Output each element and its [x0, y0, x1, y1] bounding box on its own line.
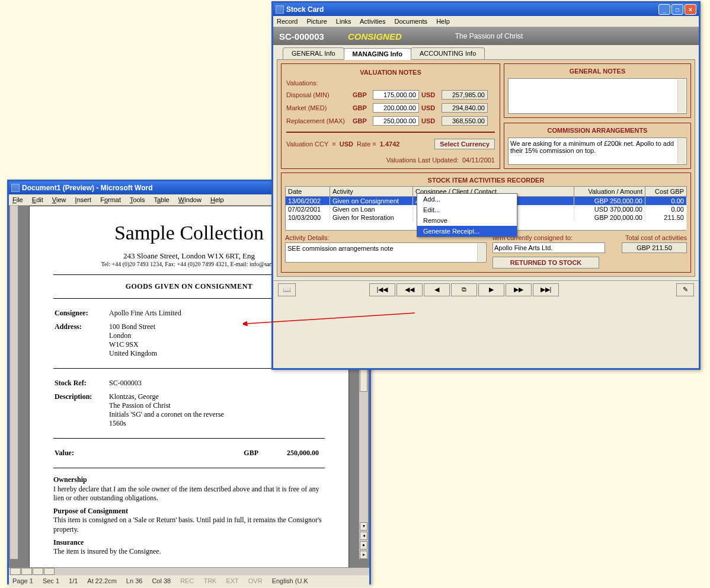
- book-icon[interactable]: 📖: [278, 283, 296, 296]
- menu-tools[interactable]: Tools: [130, 196, 145, 203]
- tab-general-info[interactable]: GENERAL Info: [283, 47, 344, 59]
- commission-scrollbar[interactable]: [677, 139, 686, 164]
- general-notes-textarea[interactable]: [508, 78, 687, 114]
- status-of: 1/1: [69, 577, 78, 586]
- replacement-usd-output: [442, 116, 488, 126]
- tab-managing-info[interactable]: MANAGING Info: [344, 48, 411, 60]
- nav-first-button[interactable]: |◀◀: [369, 283, 395, 296]
- menu-picture[interactable]: Picture: [307, 18, 327, 25]
- prev-page-button[interactable]: ◂: [360, 532, 367, 540]
- doc-value-row: Value: GBP 250,000.00: [53, 446, 325, 461]
- general-notes-panel: GENERAL NOTES: [504, 63, 691, 118]
- stockref-label: Stock Ref:: [55, 377, 108, 389]
- market-usd-output: [442, 103, 488, 113]
- insurance-para: InsuranceThe item is insured by the Cons…: [53, 538, 325, 557]
- returned-to-stock-button[interactable]: RETURNED TO STOCK: [492, 257, 599, 269]
- activity-details: Activity Details: SEE commission arrange…: [285, 234, 487, 263]
- stock-body: VALUATION NOTES Valuations: Disposal (MI…: [277, 59, 695, 277]
- menu-view[interactable]: View: [52, 196, 66, 203]
- details-scrollbar[interactable]: [477, 244, 485, 261]
- menu-activities[interactable]: Activities: [360, 18, 385, 25]
- menu-window[interactable]: Window: [178, 196, 202, 203]
- consignee-label: Consignee:: [55, 307, 108, 319]
- stock-status: CONSIGNED: [348, 31, 402, 41]
- purpose-para: Purpose of ConsignmentThis item is consi…: [53, 507, 325, 535]
- close-button[interactable]: ×: [685, 4, 696, 15]
- notes-scrollbar[interactable]: [677, 79, 686, 113]
- ctx-add[interactable]: Add...: [417, 194, 517, 204]
- menu-help[interactable]: Help: [436, 18, 450, 25]
- tab-accounting-info[interactable]: ACCOUNTING Info: [411, 47, 485, 59]
- signature-icon[interactable]: ✎: [676, 283, 694, 296]
- view-normal-button[interactable]: [10, 568, 21, 575]
- select-currency-button[interactable]: Select Currency: [434, 139, 495, 149]
- consigned-column: Item currently consigned to: RETURNED TO…: [492, 234, 605, 269]
- total-cost-label: Total cost of activities: [611, 234, 687, 241]
- menu-documents[interactable]: Documents: [394, 18, 427, 25]
- value-amount: 250,000.00: [264, 447, 324, 459]
- col-cost[interactable]: Cost GBP: [645, 187, 687, 197]
- status-ovr: OVR: [248, 577, 263, 586]
- nav-fast-fwd-button[interactable]: ▶▶: [506, 283, 532, 296]
- commission-textarea[interactable]: We are asking for a minimum of £200k net…: [508, 138, 687, 165]
- consigned-to-value: [492, 242, 605, 253]
- col-valuation[interactable]: Valuation / Amount: [574, 187, 645, 197]
- stock-titlebar[interactable]: Stock Card _ □ ×: [273, 3, 699, 16]
- market-gbp-input[interactable]: [373, 103, 419, 113]
- nav-dup-button[interactable]: ⧉: [451, 283, 477, 296]
- value-label: Value:: [55, 447, 108, 459]
- valuation-row-replacement: Replacement (MAX) GBP USD: [286, 116, 495, 126]
- commission-title: COMMISSION ARRANGEMENTS: [508, 127, 687, 134]
- total-cost-value: [622, 242, 687, 253]
- activities-title: STOCK ITEM ACTIVITIES RECORDER: [285, 177, 687, 184]
- disposal-gbp-input[interactable]: [373, 90, 419, 100]
- scroll-down-button[interactable]: ▾: [360, 522, 367, 531]
- activities-context-menu: Add... Edit... Remove Generate Receipt..…: [417, 193, 517, 237]
- status-page: Page 1: [12, 577, 33, 586]
- ctx-remove[interactable]: Remove: [417, 215, 517, 226]
- right-column: GENERAL NOTES COMMISSION ARRANGEMENTS We…: [504, 63, 691, 169]
- menu-insert[interactable]: Insert: [75, 196, 92, 203]
- next-page-button[interactable]: ▸: [360, 551, 367, 559]
- menu-format[interactable]: Format: [100, 196, 121, 203]
- stock-app-icon: [276, 5, 284, 14]
- word-app-icon: [11, 184, 20, 192]
- divider: [53, 438, 325, 439]
- menu-table[interactable]: Table: [153, 196, 169, 203]
- menu-edit[interactable]: Edit: [32, 196, 43, 203]
- activity-details-textarea[interactable]: SEE commission arrangements note: [285, 242, 487, 263]
- divider: [53, 468, 325, 468]
- stock-card-window: Stock Card _ □ × Record Picture Links Ac…: [271, 1, 701, 370]
- valuation-ccy-row: Valuation CCY = USD Rate = 1.4742 Select…: [286, 139, 495, 149]
- col-activity[interactable]: Activity: [330, 187, 413, 197]
- status-trk: TRK: [203, 577, 216, 586]
- total-cost-column: Total cost of activities: [611, 234, 687, 253]
- word-status-bar: Page 1 Sec 1 1/1 At 22.2cm Ln 36 Col 38 …: [9, 576, 369, 587]
- general-notes-title: GENERAL NOTES: [508, 68, 687, 75]
- nav-last-button[interactable]: ▶▶|: [533, 283, 559, 296]
- ctx-edit[interactable]: Edit...: [417, 204, 517, 215]
- nav-fast-back-button[interactable]: ◀◀: [396, 283, 423, 296]
- select-browse-button[interactable]: ●: [360, 541, 367, 549]
- view-web-button[interactable]: [21, 568, 32, 575]
- maximize-button[interactable]: □: [671, 4, 683, 15]
- ctx-generate-receipt[interactable]: Generate Receipt...: [417, 226, 517, 237]
- menu-help[interactable]: Help: [210, 196, 224, 203]
- status-at: At 22.2cm: [87, 577, 117, 586]
- stock-window-title: Stock Card: [286, 5, 324, 14]
- minimize-button[interactable]: _: [658, 4, 670, 15]
- menu-links[interactable]: Links: [336, 18, 351, 25]
- desc-label: Description:: [55, 391, 108, 430]
- menu-file[interactable]: File: [12, 196, 23, 203]
- stock-menubar: Record Picture Links Activities Document…: [273, 16, 699, 27]
- col-date[interactable]: Date: [286, 187, 330, 197]
- menu-record[interactable]: Record: [277, 18, 298, 25]
- record-navbar: 📖 |◀◀ ◀◀ ◀ ⧉ ▶ ▶▶ ▶▶| ✎: [273, 280, 699, 299]
- nav-prev-button[interactable]: ◀: [424, 283, 450, 296]
- doc-fields-2: Stock Ref: SC-000003 Description: Klontz…: [53, 376, 325, 431]
- view-print-button[interactable]: [33, 568, 43, 575]
- replacement-gbp-input[interactable]: [373, 116, 419, 126]
- nav-next-button[interactable]: ▶: [478, 283, 504, 296]
- view-outline-button[interactable]: [44, 568, 55, 575]
- valuations-label: Valuations:: [286, 79, 495, 87]
